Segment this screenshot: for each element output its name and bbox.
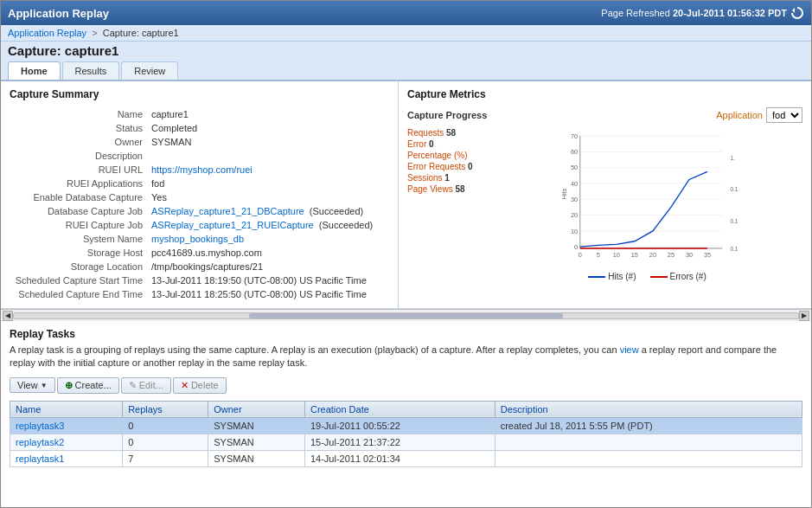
- ruei-url-link[interactable]: https://myshop.com/ruei: [151, 164, 253, 175]
- scroll-thumb[interactable]: [249, 313, 563, 318]
- svg-text:40: 40: [571, 180, 578, 188]
- field-storage-location: Storage Location /tmp/bookings/captures/…: [10, 260, 389, 273]
- svg-text:35: 35: [704, 251, 711, 259]
- scroll-track[interactable]: [13, 312, 799, 319]
- system-name-link[interactable]: myshop_bookings_db: [151, 234, 244, 244]
- cell-owner: SYSMAN: [208, 450, 305, 466]
- svg-text:0.1: 0.1: [731, 218, 738, 224]
- view-report-link[interactable]: view: [620, 344, 639, 355]
- create-button[interactable]: ⊕ Create...: [57, 377, 119, 394]
- cell-creation-date: 15-Jul-2011 21:37:22: [304, 434, 495, 450]
- field-name: Name capture1: [10, 107, 389, 121]
- view-button[interactable]: View ▼: [10, 377, 55, 393]
- chart-stats: Requests 58 Error 0 Percentage (%) Error…: [407, 128, 485, 281]
- scroll-right-arrow[interactable]: ▶: [799, 311, 809, 321]
- replay-tasks-description: A replay task is a grouping of replays u…: [10, 344, 802, 370]
- cell-description: created Jul 18, 2011 5:55 PM (PDT): [495, 417, 802, 434]
- svg-text:Hits: Hits: [560, 188, 568, 199]
- cell-description: [495, 450, 802, 466]
- ruei-capture-job-link[interactable]: ASReplay_capture1_21_RUEICapture: [151, 220, 314, 230]
- metrics-header: Capture Progress Application fod: [407, 107, 802, 123]
- field-status: Status Completed: [10, 121, 389, 135]
- refresh-icon[interactable]: [790, 6, 804, 20]
- svg-marker-0: [792, 8, 795, 13]
- chart-legend-bottom: Hits (#) Errors (#): [492, 272, 802, 281]
- field-system-name: System Name myshop_bookings_db: [10, 232, 389, 246]
- table-header-row: Name Replays Owner Creation Date Descrip…: [10, 401, 802, 417]
- tab-results[interactable]: Results: [62, 61, 120, 80]
- app-selector: Application fod: [716, 107, 802, 123]
- refresh-label: Page Refreshed 20-Jul-2011 01:56:32 PDT: [601, 8, 787, 18]
- cell-name: replaytask3: [10, 417, 123, 434]
- main-content: Capture Summary Name capture1 Status Com…: [1, 81, 811, 474]
- header-right: Page Refreshed 20-Jul-2011 01:56:32 PDT: [601, 6, 804, 20]
- table-row[interactable]: replaytask1 7 SYSMAN 14-Jul-2011 02:01:3…: [10, 450, 802, 466]
- svg-text:15: 15: [631, 251, 638, 259]
- create-icon: ⊕: [65, 380, 73, 391]
- chart-area: Requests 58 Error 0 Percentage (%) Error…: [407, 128, 802, 281]
- capture-metrics-title: Capture Metrics: [407, 88, 802, 100]
- svg-text:25: 25: [668, 251, 675, 259]
- cell-replays: 0: [123, 434, 208, 450]
- application-select[interactable]: fod: [766, 107, 802, 123]
- application-label: Application: [716, 110, 763, 120]
- capture-summary-table: Name capture1 Status Completed Owner SYS…: [10, 107, 389, 301]
- breadcrumb-root[interactable]: Application Replay: [8, 28, 86, 38]
- capture-summary-panel: Capture Summary Name capture1 Status Com…: [1, 81, 399, 308]
- db-capture-job-link[interactable]: ASReplay_capture1_21_DBCapture: [151, 206, 304, 216]
- svg-text:0.1: 0.1: [731, 246, 738, 252]
- svg-text:5: 5: [597, 251, 600, 259]
- svg-text:10: 10: [571, 228, 578, 235]
- replay-tasks-table: Name Replays Owner Creation Date Descrip…: [10, 401, 802, 467]
- chart-container: Hits 1. 0.1 0.1 0.1: [492, 128, 802, 281]
- svg-text:30: 30: [686, 251, 693, 259]
- field-storage-host: Storage Host pcc41689.us.myshop.com: [10, 246, 389, 260]
- capture-metrics-panel: Capture Metrics Capture Progress Applica…: [399, 81, 811, 308]
- svg-text:20: 20: [649, 251, 656, 259]
- edit-icon: ✎: [129, 380, 137, 391]
- tab-review[interactable]: Review: [121, 61, 178, 80]
- svg-text:10: 10: [613, 251, 620, 259]
- field-ruei-apps: RUEI Applications fod: [10, 177, 389, 190]
- cell-replays: 7: [123, 450, 208, 466]
- cell-name: replaytask2: [10, 434, 123, 450]
- legend-hits: Hits (#): [588, 272, 636, 281]
- field-capture-start: Scheduled Capture Start Time 13-Jul-2011…: [10, 273, 389, 287]
- table-row[interactable]: replaytask3 0 SYSMAN 19-Jul-2011 00:55:2…: [10, 417, 802, 434]
- field-owner: Owner SYSMAN: [10, 135, 389, 149]
- svg-text:50: 50: [571, 164, 578, 171]
- cell-description: [495, 434, 802, 450]
- field-enable-db-capture: Enable Database Capture Yes: [10, 190, 389, 204]
- svg-text:70: 70: [571, 132, 578, 140]
- field-description: Description: [10, 149, 389, 163]
- table-row[interactable]: replaytask2 0 SYSMAN 15-Jul-2011 21:37:2…: [10, 434, 802, 450]
- col-description: Description: [495, 401, 802, 417]
- svg-text:0: 0: [579, 251, 582, 259]
- app-title: Application Replay: [8, 7, 109, 20]
- field-ruei-url: RUEI URL https://myshop.com/ruei: [10, 163, 389, 177]
- horizontal-scrollbar[interactable]: ◀ ▶: [1, 309, 811, 321]
- cell-creation-date: 14-Jul-2011 02:01:34: [304, 450, 495, 466]
- cell-owner: SYSMAN: [208, 434, 305, 450]
- delete-button[interactable]: ✕ Delete: [173, 377, 227, 394]
- cell-name: replaytask1: [10, 450, 123, 466]
- svg-text:0.1: 0.1: [731, 186, 738, 192]
- svg-text:60: 60: [571, 148, 578, 156]
- view-dropdown-arrow: ▼: [41, 382, 48, 389]
- tab-home[interactable]: Home: [8, 61, 61, 80]
- page-title-bar: Capture: capture1: [1, 42, 811, 61]
- two-col-layout: Capture Summary Name capture1 Status Com…: [1, 81, 811, 309]
- replay-tasks-toolbar: View ▼ ⊕ Create... ✎ Edit... ✕ Delete: [10, 376, 802, 395]
- svg-text:20: 20: [571, 211, 578, 219]
- scroll-left-arrow[interactable]: ◀: [3, 311, 13, 321]
- capture-progress-title: Capture Progress: [407, 110, 487, 120]
- breadcrumb: Application Replay > Capture: capture1: [1, 25, 811, 42]
- edit-button[interactable]: ✎ Edit...: [121, 377, 171, 394]
- capture-chart: Hits 1. 0.1 0.1 0.1: [492, 128, 802, 267]
- legend-errors: Errors (#): [650, 272, 707, 281]
- field-ruei-capture-job: RUEI Capture Job ASReplay_capture1_21_RU…: [10, 218, 389, 232]
- col-name: Name: [10, 401, 123, 417]
- col-creation-date: Creation Date: [304, 401, 495, 417]
- svg-text:0: 0: [574, 243, 578, 251]
- svg-text:30: 30: [571, 196, 578, 203]
